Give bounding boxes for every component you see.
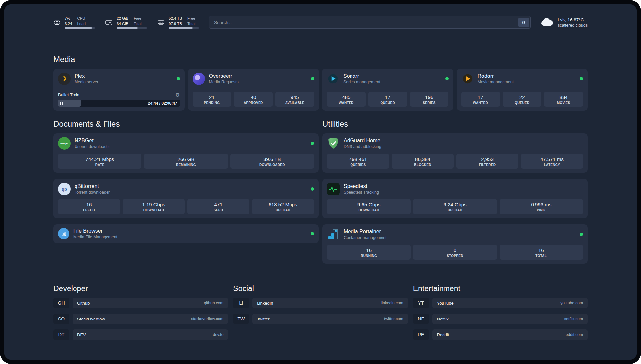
playback-progress-bar[interactable]: 24:44 / 02:06:47 <box>58 100 180 107</box>
stat-upload: 618.52 Mbps UPLOAD <box>252 199 314 214</box>
plex-now-playing: Bullet Train ⚙ 24:44 / 02:06:47 <box>58 92 180 107</box>
app-subtitle: Speedtest Tracking <box>344 190 379 195</box>
stat-approved: 40 APPROVED <box>234 92 273 107</box>
app-subtitle: Series management <box>343 80 380 84</box>
qbittorrent-icon: qb <box>58 183 71 195</box>
stat-queued: 22 QUEUED <box>503 92 541 107</box>
stat-leech: 16 LEECH <box>58 199 120 214</box>
cpu-percent: 7% <box>65 16 72 21</box>
bookmark-link[interactable]: DEV dev.to <box>73 329 228 340</box>
stat-total: 16 TOTAL <box>500 245 583 260</box>
cpu-icon <box>53 19 61 26</box>
sonarr-icon <box>327 73 339 85</box>
overseerr-card[interactable]: Overseerr Media Requests 21 PENDING 40 A… <box>188 69 319 111</box>
section-title-developer: Developer <box>53 284 228 293</box>
plex-card[interactable]: Plex Media server Bullet Train ⚙ 24:44 /… <box>53 69 185 111</box>
bookmark-link[interactable]: Twitter twitter.com <box>252 314 408 324</box>
stat-series: 196 SERIES <box>410 92 449 107</box>
app-subtitle: Usenet downloader <box>75 144 110 149</box>
disk-total: 97.9 TB <box>169 21 182 26</box>
bookmark-stackoverflow[interactable]: SO StackOverflow stackoverflow.com <box>53 314 228 324</box>
adguard-card[interactable]: AdGuard Home DNS and adblocking 498,461 … <box>322 133 588 173</box>
qbittorrent-card[interactable]: qb qBittorrent Torrent downloader 16 LEE… <box>53 179 319 218</box>
disk-label-1: Free <box>187 16 195 21</box>
bookmark-abbr: GH <box>53 298 69 308</box>
stat-pending: 21 PENDING <box>193 92 231 107</box>
speedtest-card[interactable]: Speedtest Speedtest Tracking 9.65 Gbps D… <box>322 179 588 218</box>
stat-stopped: 0 STOPPED <box>413 245 497 260</box>
radarr-icon <box>461 73 474 85</box>
app-subtitle: Movie management <box>478 80 514 84</box>
weather-location: Lviv, 16.87°C <box>558 17 588 22</box>
app-subtitle: DNS and adblocking <box>344 144 381 149</box>
stat-wanted: 485 WANTED <box>327 92 366 107</box>
cpu-widget: 7% 3.24 CPU Load <box>53 16 95 29</box>
gear-icon[interactable]: ⚙ <box>175 92 180 97</box>
stat-download: 1.19 Gbps DOWNLOAD <box>123 199 185 214</box>
adguard-icon <box>327 137 340 150</box>
cloud-icon <box>540 17 554 28</box>
portainer-card[interactable]: Media Portainer Container management 16 … <box>322 224 588 264</box>
bookmark-link[interactable]: Netflix netflix.com <box>432 314 588 324</box>
disk-label-2: Total <box>187 21 195 26</box>
search-engine-button[interactable]: G <box>518 18 529 27</box>
stat-blocked: 86,384 BLOCKED <box>392 154 454 169</box>
disk-free: 52.4 TB <box>169 16 182 21</box>
stat-upload: 9.24 Gbps UPLOAD <box>413 199 497 214</box>
bookmark-abbr: LI <box>233 298 249 308</box>
section-title-documents: Documents & Files <box>53 119 319 129</box>
bookmark-netflix[interactable]: NF Netflix netflix.com <box>413 314 588 324</box>
dashboard: 7% 3.24 CPU Load 22 GiB <box>4 4 637 360</box>
app-name: qBittorrent <box>75 183 110 189</box>
stat-movies: 834 MOVIES <box>544 92 583 107</box>
status-dot <box>445 77 449 80</box>
status-dot <box>311 77 314 80</box>
stat-running: 16 RUNNING <box>327 245 411 260</box>
documents-column: Documents & Files nzbget NZBGet Usenet d… <box>53 119 319 243</box>
app-name: Media Portainer <box>344 229 387 235</box>
bookmark-abbr: DT <box>53 329 69 340</box>
bookmark-github[interactable]: GH Github github.com <box>53 298 228 308</box>
filebrowser-icon <box>58 228 69 239</box>
bookmark-link[interactable]: YouTube youtube.com <box>432 298 588 308</box>
stat-downloaded: 39.6 TB DOWNLOADED <box>230 154 314 169</box>
bookmark-youtube[interactable]: YT YouTube youtube.com <box>413 298 588 308</box>
app-name: Overseerr <box>209 73 239 79</box>
app-subtitle: Container management <box>344 235 387 240</box>
bookmark-abbr: RE <box>413 329 429 340</box>
cpu-label-2: Load <box>77 21 86 26</box>
bookmark-linkedin[interactable]: LI LinkedIn linkedin.com <box>233 298 408 308</box>
speedtest-icon <box>327 183 340 195</box>
status-dot <box>311 142 314 145</box>
bookmark-link[interactable]: StackOverflow stackoverflow.com <box>73 314 228 324</box>
portainer-icon <box>327 228 340 241</box>
status-dot <box>311 187 314 191</box>
playback-time: 24:44 / 02:06:47 <box>148 101 177 106</box>
bookmark-link[interactable]: Github github.com <box>73 298 228 308</box>
app-name: Speedtest <box>344 183 379 189</box>
radarr-card[interactable]: Radarr Movie management 17 WANTED 22 QUE… <box>457 69 588 111</box>
utilities-column: Utilities AdGuard Home DNS and adblockin… <box>322 119 588 264</box>
ram-label-2: Total <box>134 21 141 26</box>
section-title-entertainment: Entertainment <box>413 284 588 293</box>
ram-widget: 22 GiB 64 GiB Free Total <box>105 16 147 29</box>
bookmark-twitter[interactable]: TW Twitter twitter.com <box>233 314 408 324</box>
stat-rate: 744.21 Mbps RATE <box>58 154 141 169</box>
nzbget-card[interactable]: nzbget NZBGet Usenet downloader 744.21 M… <box>53 133 319 173</box>
app-name: Radarr <box>478 73 514 79</box>
pause-button[interactable] <box>60 102 63 105</box>
stat-ping: 0.993 ms PING <box>500 199 583 214</box>
sonarr-card[interactable]: Sonarr Series management 485 WANTED 17 Q… <box>322 69 453 111</box>
bookmark-link[interactable]: LinkedIn linkedin.com <box>252 298 408 308</box>
search-bar[interactable]: G <box>209 16 531 29</box>
bookmark-link[interactable]: Reddit reddit.com <box>432 329 588 340</box>
bookmarks-developer: Developer GH Github github.com SO StackO… <box>53 284 228 345</box>
ram-bar <box>117 27 147 29</box>
filebrowser-card[interactable]: File Browser Media File Management <box>53 224 319 243</box>
search-input[interactable] <box>213 20 518 25</box>
stat-queries: 498,461 QUERIES <box>327 154 389 169</box>
bookmark-dev[interactable]: DT DEV dev.to <box>53 329 228 340</box>
bookmark-reddit[interactable]: RE Reddit reddit.com <box>413 329 588 340</box>
ram-icon <box>105 18 113 26</box>
app-subtitle: Media Requests <box>209 80 239 84</box>
